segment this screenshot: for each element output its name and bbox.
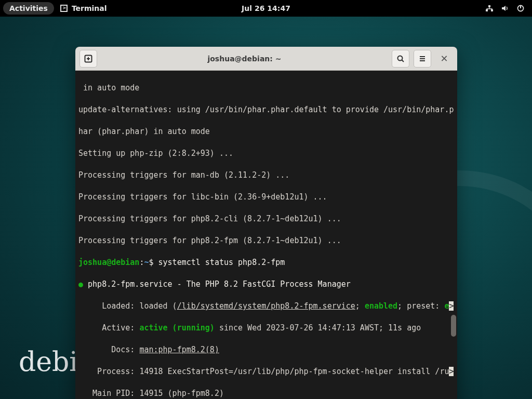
power-icon bbox=[516, 4, 525, 12]
docs-link: man:php-fpm8.2(8) bbox=[139, 345, 219, 354]
status-header: ● php8.2-fpm.service - The PHP 8.2 FastC… bbox=[75, 279, 457, 290]
clock[interactable]: Jul 26 14:47 bbox=[242, 4, 290, 12]
prompt-line: joshua@debian:~$ systemctl status php8.2… bbox=[75, 257, 457, 268]
status-dot-icon: ● bbox=[78, 280, 83, 289]
field-value: since Wed 2023-07-26 14:47:13 AWST; 11s … bbox=[215, 323, 421, 332]
field-value: ; preset: bbox=[397, 301, 444, 311]
output-line: Processing triggers for php8.2-cli (8.2.… bbox=[75, 214, 457, 224]
app-menu-label: Terminal bbox=[72, 4, 107, 12]
field-value: 14918 ExecStartPost=/usr/lib/php/php-fpm… bbox=[139, 367, 449, 376]
system-tray[interactable] bbox=[485, 4, 532, 12]
field-label: Loaded: bbox=[78, 301, 139, 311]
terminal-icon bbox=[60, 5, 68, 12]
output-line: Processing triggers for libc-bin (2.36-9… bbox=[75, 192, 457, 203]
hamburger-menu-button[interactable] bbox=[414, 50, 431, 68]
terminal-output[interactable]: in auto mode update-alternatives: using … bbox=[75, 71, 457, 399]
field-value: 14915 (php-fpm8.2) bbox=[139, 389, 224, 398]
activities-button[interactable]: Activities bbox=[3, 2, 54, 15]
field-label: Active: bbox=[78, 323, 139, 332]
field-label: Process: bbox=[78, 367, 139, 376]
scrollbar-thumb[interactable] bbox=[451, 315, 456, 337]
status-loaded: Loaded: loaded (/lib/systemd/system/php8… bbox=[75, 301, 457, 312]
field-value: ; bbox=[355, 301, 365, 311]
volume-icon bbox=[501, 4, 509, 12]
svg-rect-2 bbox=[488, 5, 490, 7]
svg-point-8 bbox=[398, 56, 403, 60]
status-mainpid: Main PID: 14915 (php-fpm8.2) bbox=[75, 388, 457, 399]
field-value: loaded ( bbox=[139, 301, 177, 311]
plus-in-square-icon bbox=[84, 55, 92, 63]
window-title: joshua@debian: ~ bbox=[101, 55, 388, 63]
titlebar[interactable]: joshua@debian: ~ ✕ bbox=[75, 47, 457, 71]
output-line: Setting up php-zip (2:8.2+93) ... bbox=[75, 148, 457, 159]
svg-line-9 bbox=[402, 60, 404, 62]
truncation-icon: > bbox=[449, 367, 454, 376]
terminal-window: joshua@debian: ~ ✕ in auto mode update-a… bbox=[75, 47, 457, 399]
output-line: Processing triggers for man-db (2.11.2-2… bbox=[75, 170, 457, 181]
active-state: active (running) bbox=[139, 323, 215, 332]
svg-rect-0 bbox=[486, 9, 488, 11]
unit-path: /lib/systemd/system/php8.2-fpm.service bbox=[177, 301, 355, 311]
gnome-topbar: Activities Terminal Jul 26 14:47 bbox=[0, 0, 532, 17]
network-icon bbox=[485, 4, 494, 12]
prompt-userhost: joshua@debian bbox=[78, 258, 139, 267]
prompt-dollar: $ bbox=[149, 258, 158, 267]
hamburger-icon bbox=[418, 55, 427, 63]
svg-rect-1 bbox=[491, 9, 493, 11]
new-tab-button[interactable] bbox=[79, 50, 97, 68]
status-header-text: php8.2-fpm.service - The PHP 8.2 FastCGI… bbox=[83, 280, 351, 289]
app-menu[interactable]: Terminal bbox=[60, 4, 107, 12]
output-line: har (phar.phar) in auto mode bbox=[75, 126, 457, 137]
enabled-state: enabled bbox=[365, 301, 397, 311]
search-icon bbox=[396, 55, 405, 63]
truncation-icon: > bbox=[449, 301, 454, 311]
search-button[interactable] bbox=[392, 50, 409, 68]
field-label: Main PID: bbox=[78, 389, 139, 398]
close-button[interactable]: ✕ bbox=[435, 50, 453, 68]
field-label: Docs: bbox=[78, 345, 139, 354]
close-icon: ✕ bbox=[440, 53, 448, 64]
output-line: in auto mode bbox=[75, 83, 457, 94]
output-line: Processing triggers for php8.2-fpm (8.2.… bbox=[75, 235, 457, 246]
status-process: Process: 14918 ExecStartPost=/usr/lib/ph… bbox=[75, 366, 457, 377]
status-active: Active: active (running) since Wed 2023-… bbox=[75, 323, 457, 334]
typed-command: systemctl status php8.2-fpm bbox=[158, 258, 285, 267]
output-line: update-alternatives: using /usr/bin/phar… bbox=[75, 104, 457, 115]
status-docs: Docs: man:php-fpm8.2(8) bbox=[75, 344, 457, 355]
